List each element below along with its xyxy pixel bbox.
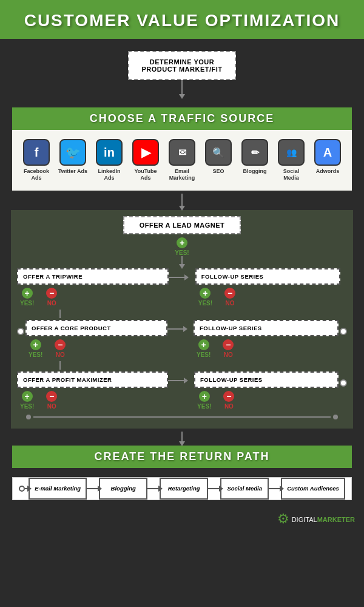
return-box-retargeting: Retargeting [160,478,208,500]
return-circle-left [19,486,25,492]
profit-yes: + YES! [20,391,34,410]
arrow-down-4 [181,432,183,443]
return-box-email: E-mail Marketing [29,478,87,500]
row-profit: OFFER A PROFIT MAXIMIZER + YES! − NO [14,371,350,410]
bottom-dots [14,410,350,419]
traffic-icon-adwords: A Adwords [311,139,344,175]
page-title: Customer Value Optimization [12,11,352,30]
return-arrow-1 [87,488,99,489]
followup3-buttons: + YES! − NO [194,391,339,410]
return-box-social: Social Media [220,478,269,500]
arrow-down-1 [181,80,183,95]
profit-box: OFFER A PROFIT MAXIMIZER [17,371,168,388]
traffic-section: CHOOSE A TRAFFIC SOURCE f Facebook Ads 🐦… [0,107,364,191]
circle-left-1 [17,328,24,335]
flow-area: OFFER A LEAD MAGNET + YES! OFFER A TRIPW… [11,210,353,429]
row-core: OFFER A CORE PRODUCT + YES! − NO [14,320,350,358]
footer: ⚙ DIGITALMARKETER [0,506,364,533]
arrow-down-3 [181,256,183,265]
logo: ⚙ DIGITALMARKETER [277,511,355,527]
core-unit: OFFER A CORE PRODUCT + YES! − NO [25,320,167,358]
tripwire-no: − NO [46,288,57,307]
followup3-box: FOLLOW-UP SERIES [194,371,339,388]
core-box: OFFER A CORE PRODUCT [25,320,167,336]
followup1-box: FOLLOW-UP SERIES [195,268,340,285]
vert-conn-2 [59,361,61,370]
lead-magnet-section: OFFER A LEAD MAGNET + YES! [14,216,350,265]
bottom-line [33,416,331,418]
core-no: − NO [55,339,66,358]
traffic-icon-youtube: ▶ YouTube Ads [129,139,162,181]
followup3-no: − NO [223,391,234,410]
circle-right-2 [340,379,347,387]
traffic-icons-container: f Facebook Ads 🐦 Twitter Ads in LinkedIn… [12,130,352,191]
profit-no: − NO [46,391,57,410]
traffic-icon-twitter: 🐦 Twitter Ads [56,139,89,175]
traffic-icon-linkedin: in LinkedIn Ads [93,139,126,181]
core-buttons: + YES! − NO [25,339,167,358]
followup1-buttons: + YES! − NO [195,288,340,307]
dot-2 [333,415,338,419]
followup1-yes: + YES! [198,288,212,307]
tripwire-arrow [169,268,195,278]
return-section: CREATE THE RETURN PATH E-mail Marketing … [0,446,364,506]
return-header: CREATE THE RETURN PATH [12,446,352,468]
determine-box: DETERMINE YOUR PRODUCT MARKET/FIT [128,51,235,80]
return-arrow-4 [269,488,281,489]
circle-right-1 [340,328,347,335]
followup1-no: − NO [224,288,235,307]
return-box-custom: Custom Audiences [281,478,345,500]
followup2-no: − NO [223,339,234,358]
profit-unit: OFFER A PROFIT MAXIMIZER + YES! − NO [17,371,168,410]
tripwire-yes: + YES! [20,288,34,307]
arrow-down-2 [181,194,183,207]
arrow-container-2 [0,191,364,210]
profit-buttons: + YES! − NO [17,391,168,410]
traffic-icon-social: 👥 Social Media [275,139,308,181]
followup2-yes: + YES! [197,339,211,358]
followup2-unit: FOLLOW-UP SERIES + YES! − NO [194,320,339,358]
traffic-icon-seo: 🔍 SEO [202,139,235,175]
followup2-box: FOLLOW-UP SERIES [194,320,339,336]
core-arrow [167,320,194,330]
tripwire-buttons: + YES! − NO [17,288,169,307]
core-yes: + YES! [29,339,42,358]
arrow-container-3 [0,429,364,446]
determine-section: DETERMINE YOUR PRODUCT MARKET/FIT [0,39,364,101]
followup3-yes: + YES! [197,391,211,410]
logo-text: DIGITALMARKETER [292,514,355,524]
followup2-buttons: + YES! − NO [194,339,339,358]
page: Customer Value Optimization DETERMINE YO… [0,0,364,533]
return-box-blogging: Blogging [99,478,147,500]
traffic-header: CHOOSE A TRAFFIC SOURCE [12,107,352,130]
traffic-icon-facebook: f Facebook Ads [20,139,53,181]
vert-conn-1 [59,310,61,318]
followup1-unit: FOLLOW-UP SERIES + YES! − NO [195,268,340,307]
traffic-icon-email: ✉ Email Marketing [166,139,198,181]
followup3-unit: FOLLOW-UP SERIES + YES! − NO [194,371,339,410]
traffic-icon-blogging: ✏ Blogging [238,139,271,175]
return-arrow-2 [147,488,160,489]
gear-icon: ⚙ [277,511,289,527]
return-flow: E-mail Marketing Blogging Retargeting So… [12,477,352,500]
profit-arrow [168,371,194,381]
tripwire-unit: OFFER A TRIPWIRE + YES! − NO [17,268,169,307]
dot-1 [26,415,31,419]
tripwire-box: OFFER A TRIPWIRE [17,268,169,285]
return-arrow-3 [208,488,220,489]
title-bar: Customer Value Optimization [0,0,364,39]
lead-magnet-box: OFFER A LEAD MAGNET [123,216,241,234]
row-tripwire: OFFER A TRIPWIRE + YES! − NO [14,268,350,307]
lead-magnet-yes: + YES! [175,237,189,256]
